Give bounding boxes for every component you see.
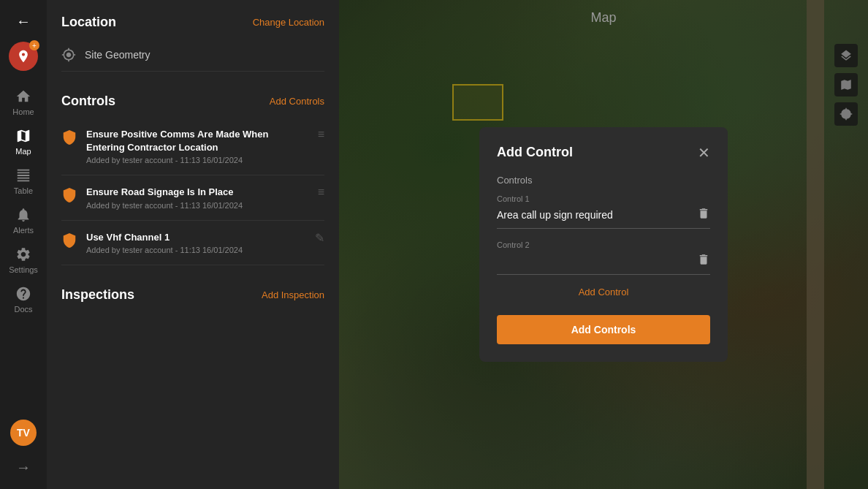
- control2-row: [497, 252, 710, 275]
- control-meta: Added by tester account - 11:13 16/01/20…: [86, 201, 309, 210]
- plus-badge: +: [29, 40, 39, 50]
- notification-avatar[interactable]: +: [9, 42, 38, 71]
- inspections-header: Inspections Add Inspection: [61, 273, 324, 311]
- edit-icon[interactable]: ✎: [315, 231, 324, 245]
- sidebar-item-settings[interactable]: Settings: [0, 240, 47, 280]
- control1-row: [497, 206, 710, 229]
- inspections-section: Inspections Add Inspection: [61, 265, 324, 311]
- controls-title: Controls: [61, 94, 115, 109]
- location-title: Location: [61, 15, 116, 30]
- logout-button[interactable]: →: [10, 453, 37, 482]
- control-meta: Added by tester account - 11:13 16/01/20…: [86, 246, 306, 254]
- controls-header: Controls Add Controls: [61, 79, 324, 118]
- control-title: Use Vhf Channel 1: [86, 231, 306, 244]
- modal-control-group-1: Control 1: [497, 194, 710, 229]
- controls-section: Controls Add Controls Ensure Positive Co…: [61, 72, 324, 265]
- add-controls-button[interactable]: Add Controls: [270, 96, 324, 107]
- table-label: Table: [14, 186, 33, 195]
- user-avatar[interactable]: TV: [10, 420, 37, 446]
- sidebar: ← + Home Map Table Alerts Settings Docs …: [0, 0, 47, 489]
- modal-control-group-2: Control 2: [497, 240, 710, 275]
- control-item: Use Vhf Channel 1 Added by tester accoun…: [61, 221, 324, 265]
- change-location-button[interactable]: Change Location: [253, 17, 324, 28]
- control2-label: Control 2: [497, 240, 710, 249]
- map-area[interactable]: Map Add Control ✕ Controls Control 1: [339, 0, 868, 489]
- location-target-icon: [61, 48, 76, 62]
- alerts-label: Alerts: [13, 226, 34, 235]
- modal-overlay: Add Control ✕ Controls Control 1 Control…: [339, 0, 868, 489]
- add-inspection-button[interactable]: Add Inspection: [262, 289, 324, 300]
- site-geometry-label: Site Geometry: [85, 49, 150, 61]
- settings-label: Settings: [9, 265, 38, 274]
- control1-input[interactable]: [497, 206, 691, 224]
- inspections-title: Inspections: [61, 287, 134, 303]
- modal-controls-label: Controls: [497, 175, 710, 186]
- map-label: Map: [15, 147, 31, 156]
- modal-close-button[interactable]: ✕: [698, 145, 710, 160]
- sidebar-item-map[interactable]: Map: [0, 122, 47, 162]
- control-title: Ensure Road Signage Is In Place: [86, 186, 309, 199]
- control2-input[interactable]: [497, 252, 691, 270]
- drag-handle-icon[interactable]: ≡: [318, 186, 324, 199]
- control1-label: Control 1: [497, 194, 710, 203]
- site-geometry-row: Site Geometry: [61, 39, 324, 72]
- shield-icon: [61, 232, 77, 249]
- left-panel: Location Change Location Site Geometry C…: [47, 0, 339, 489]
- modal-title: Add Control: [497, 145, 573, 160]
- docs-label: Docs: [14, 305, 32, 314]
- location-header: Location Change Location: [61, 0, 324, 39]
- drag-handle-icon[interactable]: ≡: [318, 128, 324, 141]
- sidebar-item-home[interactable]: Home: [0, 83, 47, 122]
- delete-control2-button[interactable]: [697, 253, 710, 269]
- shield-icon: [61, 187, 77, 203]
- control-item: Ensure Road Signage Is In Place Added by…: [61, 175, 324, 220]
- control-meta: Added by tester account - 11:13 16/01/20…: [86, 156, 309, 164]
- control-info: Ensure Positive Comms Are Made When Ente…: [86, 128, 309, 164]
- control-title: Ensure Positive Comms Are Made When Ente…: [86, 128, 309, 154]
- sidebar-item-alerts[interactable]: Alerts: [0, 201, 47, 240]
- add-controls-submit-button[interactable]: Add Controls: [497, 315, 710, 344]
- add-control-link[interactable]: Add Control: [497, 287, 710, 297]
- back-button[interactable]: ←: [10, 7, 37, 36]
- delete-control1-button[interactable]: [697, 207, 710, 223]
- control-info: Ensure Road Signage Is In Place Added by…: [86, 186, 309, 209]
- sidebar-item-table[interactable]: Table: [0, 162, 47, 201]
- modal-header: Add Control ✕: [497, 145, 710, 160]
- shield-icon: [61, 129, 77, 145]
- sidebar-item-docs[interactable]: Docs: [0, 280, 47, 319]
- control-item: Ensure Positive Comms Are Made When Ente…: [61, 118, 324, 175]
- control-info: Use Vhf Channel 1 Added by tester accoun…: [86, 231, 306, 254]
- home-label: Home: [12, 107, 34, 116]
- add-control-modal: Add Control ✕ Controls Control 1 Control…: [479, 127, 728, 362]
